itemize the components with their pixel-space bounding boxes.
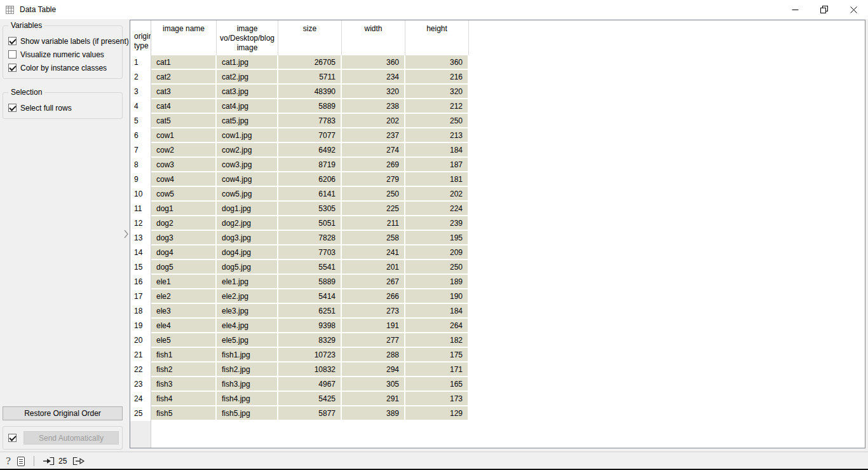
cell-width[interactable]: 258 <box>342 231 405 244</box>
row-index-cell[interactable]: 9 <box>130 172 151 187</box>
cell-image_name[interactable]: cat3 <box>151 85 217 98</box>
cell-size[interactable]: 10832 <box>278 363 342 376</box>
table-row[interactable]: 23fish3fish3.jpg4967305165 <box>130 377 865 392</box>
cell-image[interactable]: cow5.jpg <box>217 187 278 200</box>
table-row[interactable]: 10cow5cow5.jpg6141250202 <box>130 187 865 202</box>
table-row[interactable]: 12dog2dog2.jpg5051211239 <box>130 216 865 231</box>
cell-height[interactable]: 182 <box>405 333 469 347</box>
cell-width[interactable]: 250 <box>342 187 405 200</box>
cell-width[interactable]: 201 <box>342 260 405 273</box>
cell-size[interactable]: 5051 <box>278 216 342 230</box>
row-index-cell[interactable]: 13 <box>130 231 151 245</box>
cell-height[interactable]: 202 <box>405 187 469 200</box>
cell-image[interactable]: fish2.jpg <box>217 363 278 376</box>
column-header-width[interactable]: width <box>342 20 405 55</box>
cell-image_name[interactable]: fish4 <box>151 392 217 405</box>
table-row[interactable]: 7cow2cow2.jpg6492274184 <box>130 143 865 158</box>
variables-option-2[interactable]: Color by instance classes <box>8 61 119 74</box>
cell-size[interactable]: 6141 <box>278 187 342 200</box>
table-row[interactable]: 25fish5fish5.jpg5877389129 <box>130 406 865 421</box>
table-row[interactable]: 20ele5ele5.jpg8329277182 <box>130 333 865 348</box>
cell-width[interactable]: 269 <box>342 158 405 171</box>
table-row[interactable]: 24fish4fish4.jpg5425291173 <box>130 392 865 406</box>
table-row[interactable]: 9cow4cow4.jpg6206279181 <box>130 172 865 187</box>
cell-image[interactable]: cat1.jpg <box>217 55 278 69</box>
cell-height[interactable]: 181 <box>405 172 469 186</box>
cell-size[interactable]: 6251 <box>278 304 342 317</box>
cell-image_name[interactable]: cow4 <box>151 172 217 186</box>
cell-image[interactable]: cow2.jpg <box>217 143 278 156</box>
cell-width[interactable]: 191 <box>342 319 405 332</box>
cell-width[interactable]: 266 <box>342 289 405 303</box>
cell-image_name[interactable]: ele1 <box>151 275 217 288</box>
row-index-cell[interactable]: 4 <box>130 99 151 114</box>
cell-width[interactable]: 238 <box>342 99 405 113</box>
cell-height[interactable]: 175 <box>405 348 469 361</box>
splitter-collapse-handle[interactable] <box>122 228 130 240</box>
cell-width[interactable]: 305 <box>342 377 405 391</box>
cell-image_name[interactable]: cat1 <box>151 55 217 69</box>
cell-height[interactable]: 171 <box>405 363 469 376</box>
cell-height[interactable]: 189 <box>405 275 469 288</box>
cell-width[interactable]: 294 <box>342 363 405 376</box>
cell-height[interactable]: 264 <box>405 319 469 332</box>
cell-width[interactable]: 274 <box>342 143 405 156</box>
cell-size[interactable]: 4967 <box>278 377 342 391</box>
column-header-image_name[interactable]: image name <box>151 20 217 55</box>
cell-image_name[interactable]: dog2 <box>151 216 217 230</box>
row-index-cell[interactable]: 14 <box>130 245 151 260</box>
table-row[interactable]: 17ele2ele2.jpg5414266190 <box>130 289 865 304</box>
table-row[interactable]: 2cat2cat2.jpg5711234216 <box>130 70 865 85</box>
cell-size[interactable]: 6206 <box>278 172 342 186</box>
row-index-cell[interactable]: 10 <box>130 187 151 202</box>
cell-size[interactable]: 10723 <box>278 348 342 361</box>
cell-image[interactable]: cat3.jpg <box>217 85 278 98</box>
cell-height[interactable]: 239 <box>405 216 469 230</box>
row-index-cell[interactable]: 22 <box>130 363 151 377</box>
row-index-cell[interactable]: 17 <box>130 289 151 304</box>
cell-size[interactable]: 7077 <box>278 128 342 142</box>
row-index-cell[interactable]: 21 <box>130 348 151 363</box>
cell-height[interactable]: 212 <box>405 99 469 113</box>
cell-image_name[interactable]: cow2 <box>151 143 217 156</box>
cell-size[interactable]: 5425 <box>278 392 342 405</box>
row-index-cell[interactable]: 3 <box>130 85 151 99</box>
cell-image_name[interactable]: dog1 <box>151 202 217 215</box>
cell-image[interactable]: ele5.jpg <box>217 333 278 347</box>
cell-image[interactable]: fish5.jpg <box>217 406 278 420</box>
cell-image_name[interactable]: dog4 <box>151 245 217 259</box>
cell-size[interactable]: 8329 <box>278 333 342 347</box>
cell-height[interactable]: 209 <box>405 245 469 259</box>
variables-option-0[interactable]: Show variable labels (if present) <box>8 34 119 48</box>
cell-size[interactable]: 5305 <box>278 202 342 215</box>
data-table-app-icon[interactable] <box>6 6 14 14</box>
cell-image_name[interactable]: cow5 <box>151 187 217 200</box>
close-button[interactable] <box>839 0 868 19</box>
cell-height[interactable]: 360 <box>405 55 469 69</box>
cell-image[interactable]: fish1.jpg <box>217 348 278 361</box>
cell-image[interactable]: dog5.jpg <box>217 260 278 273</box>
column-header-height[interactable]: height <box>405 20 469 55</box>
cell-height[interactable]: 250 <box>405 260 469 273</box>
cell-width[interactable]: 202 <box>342 114 405 127</box>
cell-size[interactable]: 7783 <box>278 114 342 127</box>
row-index-cell[interactable]: 6 <box>130 128 151 143</box>
cell-image[interactable]: cat5.jpg <box>217 114 278 127</box>
table-row[interactable]: 3cat3cat3.jpg48390320320 <box>130 85 865 99</box>
cell-height[interactable]: 129 <box>405 406 469 420</box>
cell-size[interactable]: 5889 <box>278 99 342 113</box>
cell-height[interactable]: 195 <box>405 231 469 244</box>
restore-button[interactable] <box>810 0 839 19</box>
row-index-cell[interactable]: 7 <box>130 143 151 158</box>
cell-size[interactable]: 5889 <box>278 275 342 288</box>
cell-size[interactable]: 8719 <box>278 158 342 171</box>
cell-width[interactable]: 291 <box>342 392 405 405</box>
row-index-cell[interactable]: 15 <box>130 260 151 275</box>
table-row[interactable]: 5cat5cat5.jpg7783202250 <box>130 114 865 128</box>
cell-image_name[interactable]: ele4 <box>151 319 217 332</box>
table-row[interactable]: 8cow3cow3.jpg8719269187 <box>130 158 865 172</box>
cell-size[interactable]: 5711 <box>278 70 342 83</box>
cell-height[interactable]: 320 <box>405 85 469 98</box>
column-header-size[interactable]: size <box>278 20 342 55</box>
cell-size[interactable]: 6492 <box>278 143 342 156</box>
